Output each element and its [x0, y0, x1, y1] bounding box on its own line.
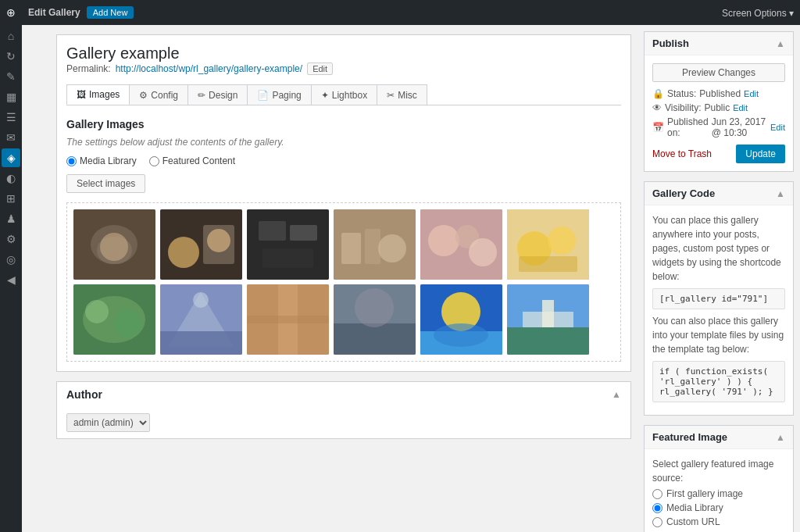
tab-lightbox[interactable]: ✦ Lightbox: [311, 84, 377, 105]
tab-paging[interactable]: 📄 Paging: [247, 84, 311, 105]
svg-point-17: [428, 225, 459, 256]
media-library-radio-label[interactable]: Media Library: [66, 155, 137, 166]
template-code-display[interactable]: if ( function_exists( 'rl_gallery' ) ) {…: [652, 361, 785, 402]
sidebar-collapse-icon[interactable]: ◀: [2, 270, 20, 289]
sidebar-posts-icon[interactable]: ✎: [2, 67, 20, 86]
media-library-radio[interactable]: [66, 156, 77, 166]
svg-point-5: [168, 237, 199, 268]
tab-images[interactable]: 🖼 Images: [66, 84, 130, 105]
tab-misc[interactable]: ✂ Misc: [377, 84, 427, 105]
media-library-feat-radio[interactable]: [652, 503, 662, 513]
add-new-button[interactable]: Add New: [87, 6, 134, 19]
custom-url-radio[interactable]: [652, 517, 662, 527]
featured-image-header: Featured Image: [645, 426, 793, 449]
gallery-images-title: Gallery Images: [66, 118, 621, 130]
gallery-thumb-9[interactable]: [247, 284, 329, 355]
tab-config[interactable]: ⚙ Config: [129, 84, 188, 105]
svg-point-31: [193, 292, 209, 308]
publish-collapse-icon[interactable]: [776, 38, 785, 49]
gallery-title: Gallery example: [66, 45, 621, 62]
media-library-option: Media Library: [652, 502, 785, 513]
screen-options-button[interactable]: Screen Options ▾: [722, 8, 794, 19]
featured-image-box: Featured Image Select gallery featured i…: [644, 425, 794, 532]
shortcode-display[interactable]: [rl_gallery id="791"]: [652, 288, 785, 309]
sidebar-pages-icon[interactable]: ☰: [2, 108, 20, 127]
permalink-url[interactable]: http://localhost/wp/rl_gallery/gallery-e…: [116, 63, 302, 74]
media-library-label: Media Library: [80, 155, 137, 166]
svg-rect-36: [334, 323, 416, 355]
svg-point-22: [548, 227, 576, 255]
svg-rect-43: [507, 327, 589, 355]
sidebar-plugins-icon[interactable]: ⊞: [2, 189, 20, 208]
gallery-code-collapse-icon[interactable]: [776, 188, 785, 199]
author-box: Author admin (admin): [56, 381, 631, 439]
first-gallery-radio[interactable]: [652, 489, 662, 499]
move-to-trash-link[interactable]: Move to Trash: [652, 148, 712, 159]
sidebar-updates-icon[interactable]: ↻: [2, 47, 20, 66]
svg-point-41: [434, 323, 488, 347]
author-collapse-icon[interactable]: [612, 389, 621, 400]
gallery-grid: [66, 202, 621, 362]
gallery-code-desc1: You can place this gallery anywhere into…: [652, 213, 785, 284]
preview-changes-button[interactable]: Preview Changes: [652, 63, 785, 82]
permalink-edit-button[interactable]: Edit: [307, 62, 333, 75]
lightbox-tab-label: Lightbox: [332, 90, 367, 101]
update-button[interactable]: Update: [736, 145, 785, 163]
sidebar-appearance-icon[interactable]: ◐: [2, 169, 20, 187]
sidebar-media-icon[interactable]: ▦: [2, 87, 20, 106]
sidebar-settings-icon[interactable]: ◎: [2, 250, 20, 269]
featured-content-radio-label[interactable]: Featured Content: [149, 155, 235, 166]
gallery-thumb-11[interactable]: [420, 284, 502, 355]
gallery-thumb-1[interactable]: [73, 209, 155, 280]
sidebar-home-icon[interactable]: ⌂: [2, 27, 20, 45]
status-edit-link[interactable]: Edit: [744, 89, 759, 98]
gallery-code-header: Gallery Code: [645, 182, 793, 205]
status-icon: 🔒: [652, 88, 664, 99]
right-sidebar: Publish Preview Changes 🔒 Status: Publis…: [644, 25, 800, 532]
sidebar-users-icon[interactable]: ♟: [2, 209, 20, 228]
images-tab-label: Images: [89, 89, 120, 100]
publish-box-body: Preview Changes 🔒 Status: Published Edit…: [645, 55, 793, 171]
gallery-thumb-4[interactable]: [334, 209, 416, 280]
published-value: Jun 23, 2017 @ 10:30: [712, 116, 767, 138]
gallery-thumb-8[interactable]: [160, 284, 242, 355]
permalink-label: Permalink:: [66, 63, 111, 74]
svg-point-3: [100, 233, 128, 261]
gallery-thumb-3[interactable]: [247, 209, 329, 280]
published-edit-link[interactable]: Edit: [770, 123, 785, 132]
sidebar-gallery-icon[interactable]: ◈: [2, 148, 20, 167]
gallery-thumb-2[interactable]: [160, 209, 242, 280]
gallery-thumb-12[interactable]: [507, 284, 589, 355]
select-images-button[interactable]: Select images: [66, 174, 145, 193]
author-select[interactable]: admin (admin): [66, 413, 150, 432]
sidebar-tools-icon[interactable]: ⚙: [2, 230, 20, 248]
svg-rect-23: [519, 256, 577, 272]
author-box-title: Author: [66, 388, 102, 401]
featured-content-radio[interactable]: [149, 156, 159, 166]
gallery-thumb-6[interactable]: [507, 209, 589, 280]
misc-tab-icon: ✂: [387, 90, 395, 101]
visibility-edit-link[interactable]: Edit: [733, 103, 748, 112]
visibility-icon: 👁: [652, 102, 662, 113]
publish-box: Publish Preview Changes 🔒 Status: Publis…: [644, 31, 794, 172]
content-area: Gallery example Permalink: http://localh…: [44, 25, 644, 532]
featured-content-label: Featured Content: [162, 155, 235, 166]
svg-rect-34: [247, 316, 329, 323]
admin-sidebar: ⊕ ⌂ ↻ ✎ ▦ ☰ ✉ ◈ ◐ ⊞ ♟ ⚙ ◎ ◀: [0, 0, 22, 532]
published-icon: 📅: [652, 122, 664, 133]
featured-image-collapse-icon[interactable]: [776, 432, 785, 443]
wp-logo-icon[interactable]: ⊕: [2, 3, 20, 22]
svg-point-15: [378, 234, 406, 262]
gallery-thumb-5[interactable]: [420, 209, 502, 280]
sidebar-comments-icon[interactable]: ✉: [2, 128, 20, 147]
gallery-code-desc2: You can also place this gallery into you…: [652, 314, 785, 356]
svg-rect-30: [160, 331, 242, 355]
paging-tab-label: Paging: [272, 90, 301, 101]
svg-point-19: [469, 238, 497, 266]
gallery-thumb-7[interactable]: [73, 284, 155, 355]
gallery-code-box-wrapper: Gallery Code You can place this gallery …: [644, 181, 794, 416]
gallery-thumb-10[interactable]: [334, 284, 416, 355]
visibility-label: Visibility:: [665, 102, 701, 113]
tab-design[interactable]: ✏ Design: [188, 84, 248, 105]
lightbox-tab-icon: ✦: [321, 90, 329, 101]
